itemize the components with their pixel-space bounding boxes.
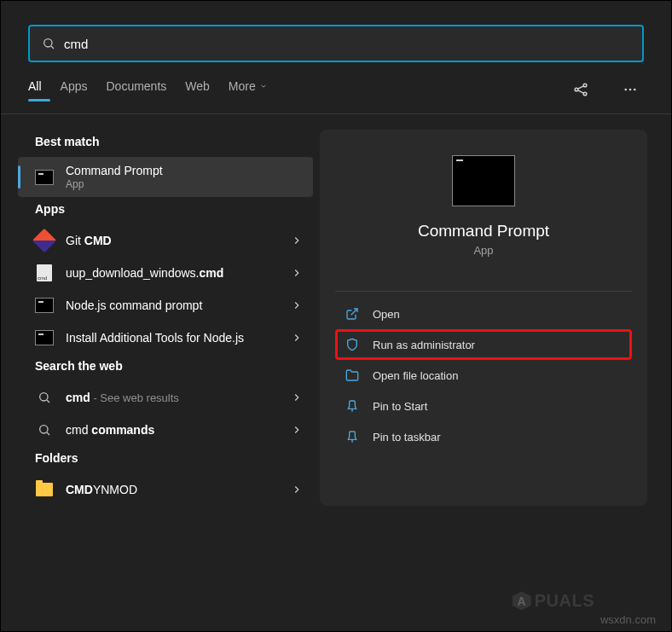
svg-point-0 bbox=[44, 39, 52, 47]
ellipsis-icon bbox=[623, 82, 638, 97]
tab-all[interactable]: All bbox=[28, 79, 42, 100]
svg-line-6 bbox=[578, 90, 584, 93]
result-name: Git CMD bbox=[66, 234, 291, 247]
svg-point-9 bbox=[634, 89, 636, 91]
search-icon bbox=[42, 37, 55, 50]
svg-point-3 bbox=[583, 84, 587, 87]
action-label: Open file location bbox=[373, 369, 458, 382]
chevron-right-icon bbox=[291, 391, 303, 403]
start-search-window: All Apps Documents Web More Best match C… bbox=[0, 0, 672, 632]
result-command-prompt[interactable]: Command Prompt App bbox=[18, 157, 313, 197]
result-name: Node.js command prompt bbox=[66, 299, 291, 312]
watermark-logo: A PUALS bbox=[513, 591, 594, 611]
svg-point-4 bbox=[583, 92, 587, 96]
results-list: Best match Command Prompt App Apps Git C… bbox=[18, 130, 313, 506]
app-hero-icon bbox=[452, 155, 515, 206]
folder-icon bbox=[35, 480, 54, 499]
result-name: Command Prompt bbox=[66, 164, 303, 177]
section-web: Search the web bbox=[18, 354, 313, 381]
file-icon bbox=[35, 264, 54, 282]
tab-documents[interactable]: Documents bbox=[106, 79, 166, 100]
action-open-location[interactable]: Open file location bbox=[335, 360, 632, 391]
filter-tabs: All Apps Documents Web More bbox=[1, 72, 671, 114]
result-web-cmd-commands[interactable]: cmd commands bbox=[18, 414, 313, 446]
svg-point-12 bbox=[40, 426, 48, 433]
result-name: cmd - See web results bbox=[66, 391, 291, 404]
svg-line-1 bbox=[51, 46, 54, 49]
svg-point-8 bbox=[629, 89, 632, 91]
action-pin-start[interactable]: Pin to Start bbox=[335, 391, 632, 421]
action-open[interactable]: Open bbox=[335, 299, 632, 329]
action-run-as-admin[interactable]: Run as administrator bbox=[335, 329, 632, 360]
result-nodejs-tools[interactable]: Install Additional Tools for Node.js bbox=[18, 322, 313, 354]
result-name: Install Additional Tools for Node.js bbox=[66, 331, 291, 345]
tab-apps[interactable]: Apps bbox=[61, 79, 88, 100]
details-title: Command Prompt bbox=[418, 222, 549, 241]
cmd-icon bbox=[35, 168, 54, 187]
hexagon-logo-icon: A bbox=[513, 592, 531, 611]
svg-point-2 bbox=[575, 88, 578, 91]
svg-point-10 bbox=[40, 393, 48, 401]
details-panel: Command Prompt App Open Run as administr… bbox=[320, 130, 647, 506]
cmd-icon bbox=[35, 328, 54, 347]
section-apps: Apps bbox=[18, 197, 313, 224]
action-label: Pin to taskbar bbox=[373, 431, 441, 444]
section-best-match: Best match bbox=[18, 130, 313, 157]
details-subtitle: App bbox=[473, 244, 493, 257]
chevron-right-icon bbox=[291, 424, 303, 436]
result-nodejs-prompt[interactable]: Node.js command prompt bbox=[18, 289, 313, 322]
search-icon bbox=[35, 420, 54, 439]
result-name: cmd commands bbox=[66, 423, 291, 437]
svg-line-14 bbox=[351, 309, 357, 315]
tab-web[interactable]: Web bbox=[185, 79, 210, 100]
result-name: uup_download_windows.cmd bbox=[66, 266, 291, 280]
pin-icon bbox=[344, 397, 361, 415]
result-name: CMDYNMOD bbox=[66, 483, 291, 496]
result-folder-cmdynmod[interactable]: CMDYNMOD bbox=[18, 473, 313, 506]
open-icon bbox=[344, 305, 361, 322]
svg-line-13 bbox=[47, 432, 49, 435]
search-input[interactable] bbox=[64, 37, 630, 51]
result-sub: App bbox=[66, 178, 303, 190]
svg-point-7 bbox=[624, 89, 627, 91]
result-uup-download[interactable]: uup_download_windows.cmd bbox=[18, 257, 313, 289]
watermark-text: wsxdn.com bbox=[600, 613, 656, 626]
section-folders: Folders bbox=[18, 446, 313, 473]
action-label: Run as administrator bbox=[373, 339, 475, 351]
search-bar[interactable] bbox=[28, 25, 644, 62]
shield-icon bbox=[344, 336, 361, 353]
search-preferences-button[interactable] bbox=[567, 76, 594, 103]
chevron-right-icon bbox=[291, 299, 303, 311]
chevron-right-icon bbox=[291, 235, 303, 246]
action-pin-taskbar[interactable]: Pin to taskbar bbox=[335, 421, 632, 452]
result-web-cmd[interactable]: cmd - See web results bbox=[18, 381, 313, 414]
result-git-cmd[interactable]: Git CMD bbox=[18, 224, 313, 257]
action-label: Open bbox=[373, 308, 400, 321]
svg-line-5 bbox=[578, 86, 584, 89]
chevron-right-icon bbox=[291, 267, 303, 279]
folder-outline-icon bbox=[344, 367, 361, 384]
chevron-right-icon bbox=[291, 332, 303, 344]
overflow-button[interactable] bbox=[617, 76, 644, 103]
chevron-right-icon bbox=[291, 484, 303, 496]
git-icon bbox=[35, 231, 54, 250]
chevron-down-icon bbox=[259, 82, 268, 90]
tab-more-label: More bbox=[229, 79, 256, 93]
action-label: Pin to Start bbox=[373, 400, 427, 413]
pin-icon bbox=[344, 428, 361, 445]
details-actions: Open Run as administrator Open file loca… bbox=[335, 291, 632, 452]
svg-line-11 bbox=[47, 400, 49, 403]
cmd-icon bbox=[35, 296, 54, 315]
tab-more[interactable]: More bbox=[229, 79, 268, 100]
search-icon bbox=[35, 388, 54, 407]
share-icon bbox=[572, 81, 589, 98]
